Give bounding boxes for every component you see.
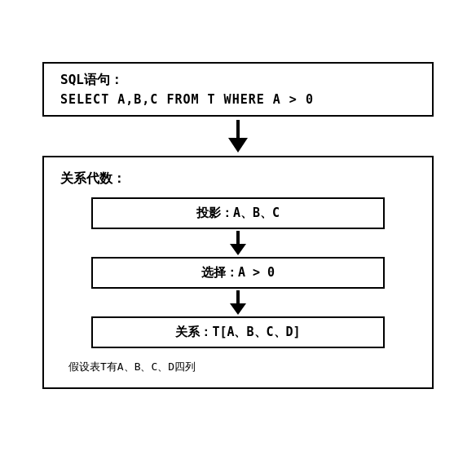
arrow-line-1 <box>236 120 240 138</box>
operation-relation: 关系：T[A、B、C、D] <box>91 316 385 348</box>
sql-title: SQL语句： <box>60 72 416 89</box>
arrow-line-3 <box>236 290 240 303</box>
operation-selection: 选择：A > 0 <box>91 257 385 289</box>
arrow-head-1 <box>228 138 248 153</box>
arrow-to-relational <box>228 120 248 153</box>
arrow-2-to-3 <box>230 290 246 315</box>
rel-inner: 投影：A、B、C 选择：A > 0 关系：T[A、B、C、D] <box>60 197 416 348</box>
arrow-1-to-2 <box>230 231 246 255</box>
diagram-container: SQL语句： SELECT A,B,C FROM T WHERE A > 0 关… <box>0 46 476 405</box>
sql-code: SELECT A,B,C FROM T WHERE A > 0 <box>60 92 416 107</box>
relational-box: 关系代数： 投影：A、B、C 选择：A > 0 关系：T[A、B、C、D] 假设… <box>42 156 434 389</box>
footnote: 假设表T有A、B、C、D四列 <box>60 360 196 374</box>
arrow-head-2 <box>230 244 246 255</box>
arrow-line-2 <box>236 231 240 244</box>
rel-title: 关系代数： <box>60 170 126 188</box>
sql-box: SQL语句： SELECT A,B,C FROM T WHERE A > 0 <box>42 62 434 117</box>
arrow-head-3 <box>230 303 246 315</box>
operation-projection: 投影：A、B、C <box>91 197 385 229</box>
